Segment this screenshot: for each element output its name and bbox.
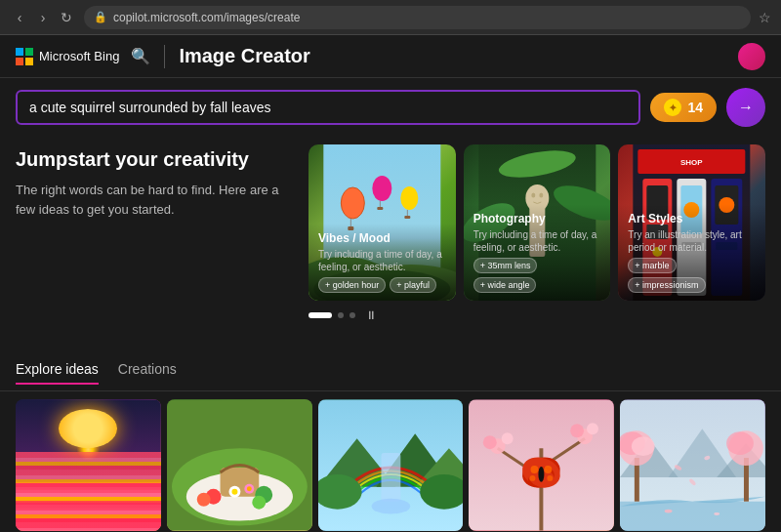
gallery-item-1[interactable] [16,399,161,531]
svg-point-63 [371,499,410,514]
cards-section: Vibes / Mood Try including a time of day… [308,137,765,351]
jumpstart-description: The right words can be hard to find. Her… [16,181,289,219]
svg-point-51 [197,493,211,507]
search-input-wrapper[interactable] [16,90,640,125]
card-desc-art-styles: Try an illustration style, art period or… [628,228,756,254]
svg-point-75 [587,423,598,434]
brand-text: Microsoft Bing [39,49,119,63]
svg-point-84 [548,475,554,481]
nav-buttons: ‹ › ↻ [10,8,76,27]
gallery-item-3[interactable] [318,399,464,531]
svg-point-96 [726,431,754,455]
svg-point-71 [483,435,497,449]
svg-point-101 [714,512,719,515]
card-tags-photography: + 35mm lens + wide angle [473,258,601,293]
coins-badge: ✦ 14 [650,93,717,122]
jumpstart-title: Jumpstart your creativity [16,148,289,171]
svg-rect-89 [620,502,765,531]
svg-point-21 [539,193,543,198]
header-divider [164,45,165,68]
gallery-inner-2 [167,399,312,531]
forward-button[interactable]: › [33,8,53,27]
dot-3[interactable] [349,312,355,318]
gallery-svg-4 [469,399,614,531]
microsoft-grid-icon [16,48,33,65]
url-text: copilot.microsoft.com/images/create [113,11,300,24]
svg-point-57 [247,486,252,491]
svg-rect-42 [16,497,161,505]
card-overlay-art-styles: Art Styles Try an illustration style, ar… [618,204,765,301]
svg-point-82 [545,466,553,473]
tab-creations[interactable]: Creations [118,361,177,385]
card-title-vibes: Vibes / Mood [318,231,446,245]
address-bar[interactable]: 🔒 copilot.microsoft.com/images/create [84,6,751,29]
tag-playful[interactable]: + playful [390,277,436,293]
svg-point-39 [69,433,108,472]
card-title-photography: Photography [473,212,601,225]
search-section: ✦ 14 → [0,78,781,137]
tag-wide-angle[interactable]: + wide angle [473,277,537,293]
gallery-svg-1 [16,399,161,531]
gallery-inner-1 [16,399,161,531]
svg-point-81 [531,466,539,473]
coins-count: 14 [687,100,703,115]
search-input[interactable] [29,100,627,115]
svg-rect-62 [381,453,400,502]
svg-rect-38 [16,400,161,531]
svg-rect-40 [16,482,161,492]
main-content: Jumpstart your creativity The right word… [0,137,781,351]
jumpstart-section: Jumpstart your creativity The right word… [16,137,289,351]
card-overlay-vibes: Vibes / Mood Try including a time of day… [308,224,456,301]
header-search-icon[interactable]: 🔍 [131,47,150,65]
gallery-section [0,391,781,532]
bookmark-icon[interactable]: ☆ [759,10,771,25]
gallery-inner-3 [318,399,464,531]
svg-point-11 [400,186,418,210]
tag-impressionism[interactable]: + impressionism [628,277,705,293]
svg-rect-41 [16,490,161,499]
gallery-item-4[interactable] [469,399,614,531]
carousel-dots: ⏸ [308,301,765,330]
gallery-svg-2 [167,399,312,531]
svg-rect-43 [16,503,161,511]
card-desc-vibes: Try including a time of day, a feeling, … [318,248,446,273]
gallery-item-5[interactable] [620,399,765,531]
svg-point-53 [252,496,266,510]
tag-35mm[interactable]: + 35mm lens [473,258,538,273]
pause-button[interactable]: ⏸ [365,308,377,322]
generate-button[interactable]: → [726,88,765,127]
tag-marble[interactable]: + marble [628,258,676,273]
card-photography[interactable]: Photography Try including a time of day,… [464,144,611,301]
svg-text:SHOP: SHOP [680,158,703,167]
svg-point-72 [502,432,514,444]
back-button[interactable]: ‹ [10,8,29,27]
app-header: Microsoft Bing 🔍 Image Creator [0,35,781,78]
card-title-art-styles: Art Styles [628,212,756,225]
svg-rect-13 [404,216,410,219]
card-tags-art-styles: + marble + impressionism [628,258,756,293]
gallery-item-2[interactable] [167,399,312,531]
svg-point-8 [372,176,391,201]
svg-rect-44 [16,509,161,516]
cards-row: Vibes / Mood Try including a time of day… [308,144,765,301]
gallery-svg-3 [318,399,464,531]
tag-golden-hour[interactable]: + golden hour [318,277,386,293]
card-vibes-mood[interactable]: Vibes / Mood Try including a time of day… [308,144,456,301]
gallery-inner-5 [620,399,765,531]
ms-bing-logo[interactable]: Microsoft Bing [16,48,119,65]
coin-icon: ✦ [664,99,681,116]
gallery-inner-4 [469,399,614,531]
dot-2[interactable] [338,312,344,318]
card-art-styles[interactable]: SHOP [618,144,765,301]
svg-point-20 [531,193,535,198]
svg-point-100 [665,510,673,513]
tabs-section: Explore ideas Creations [0,351,781,391]
svg-point-83 [530,475,536,481]
reload-button[interactable]: ↻ [57,8,76,27]
user-avatar[interactable] [738,43,765,70]
browser-chrome: ‹ › ↻ 🔒 copilot.microsoft.com/images/cre… [0,0,781,35]
page-title: Image Creator [179,45,310,67]
tab-explore-ideas[interactable]: Explore ideas [16,361,99,385]
svg-point-74 [571,424,585,437]
dot-1[interactable] [308,312,332,318]
